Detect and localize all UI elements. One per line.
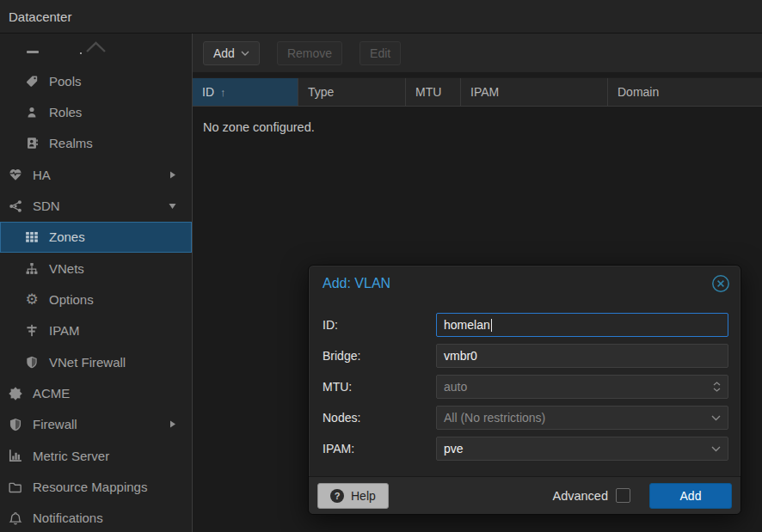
text-cursor [491, 319, 492, 332]
zones-toolbar: Add Remove Edit [193, 34, 762, 72]
ipam-field-label: IPAM: [323, 442, 436, 456]
id-field[interactable]: homelan [436, 313, 728, 337]
column-header-domain[interactable]: Domain [608, 78, 762, 106]
user-icon [25, 106, 39, 119]
chevron-right-icon[interactable] [169, 420, 176, 428]
chevron-down-icon [711, 415, 721, 421]
sidebar-item-metric-server[interactable]: Metric Server [0, 440, 192, 471]
column-header-ipam[interactable]: IPAM [461, 78, 608, 106]
sidebar-item-label: IPAM [49, 323, 80, 338]
dialog-footer: ? Help Advanced Add [309, 476, 740, 514]
bell-icon [9, 511, 22, 525]
mtu-field-label: MTU: [323, 380, 436, 394]
spinner-arrows-icon [713, 382, 721, 392]
address-book-icon [25, 137, 39, 150]
partial-icon-fragment [27, 51, 39, 53]
gear-icon: ⚙ [25, 294, 39, 306]
sidebar-item-label: Pools [49, 74, 82, 89]
sidebar-item-realms[interactable]: Realms [0, 128, 192, 159]
advanced-checkbox[interactable] [616, 488, 630, 503]
bridge-field-value: vmbr0 [444, 349, 477, 363]
column-label: IPAM [470, 85, 499, 99]
sidebar-item-label: HA [33, 168, 51, 182]
sidebar-item-label: Resource Mappings [33, 480, 147, 494]
advanced-label: Advanced [553, 489, 609, 503]
sidebar-item-vnets[interactable]: VNets [0, 253, 192, 284]
dialog-header[interactable]: Add: VLAN [309, 266, 740, 302]
sidebar-item-label: VNet Firewall [49, 355, 126, 370]
sidebar-partial-item[interactable] [0, 34, 192, 65]
column-label: Type [308, 85, 334, 99]
shield-icon [9, 418, 22, 431]
field-row-nodes: Nodes: All (No restrictions) [323, 406, 728, 430]
nodes-select: All (No restrictions) [436, 406, 728, 430]
sidebar-item-notifications[interactable]: Notifications [0, 503, 192, 532]
bridge-field-label: Bridge: [323, 349, 436, 363]
chevron-down-icon [241, 51, 249, 56]
sidebar-item-firewall[interactable]: Firewall [0, 409, 192, 440]
sidebar-item-resource-mappings[interactable]: Resource Mappings [0, 471, 192, 502]
id-field-value: homelan [444, 318, 490, 332]
sidebar-item-label: Realms [49, 136, 93, 150]
sidebar-item-vnet-firewall[interactable]: VNet Firewall [0, 346, 192, 377]
edit-button-label: Edit [370, 46, 390, 60]
chevron-right-icon[interactable] [169, 171, 176, 179]
field-row-mtu: MTU: auto [323, 375, 728, 399]
nodes-field-value: All (No restrictions) [444, 411, 545, 425]
field-row-id: ID: homelan [323, 313, 728, 337]
column-header-mtu[interactable]: MTU [406, 78, 461, 106]
sidebar-item-label: Firewall [33, 417, 77, 431]
close-icon[interactable] [711, 274, 730, 293]
add-button-label: Add [213, 46, 235, 60]
sidebar-item-label: Zones [49, 229, 85, 244]
sidebar-item-roles[interactable]: Roles [0, 96, 192, 127]
top-header-bar: Datacenter [0, 0, 762, 34]
edit-button: Edit [359, 41, 401, 65]
sidebar-item-label: Notifications [33, 511, 103, 525]
sidebar-item-label: Options [49, 292, 94, 307]
column-label: Domain [618, 85, 659, 99]
add-vlan-dialog: Add: VLAN ID: homelan Bridge: vmbr0 [308, 265, 741, 515]
sidebar-item-pools[interactable]: Pools [0, 65, 192, 96]
sitemap-icon [25, 262, 39, 275]
bridge-field[interactable]: vmbr0 [436, 344, 728, 368]
sidebar-item-acme[interactable]: ACME [0, 377, 192, 408]
app-window: Datacenter Pools Roles [0, 0, 762, 532]
certificate-icon [9, 387, 22, 401]
sidebar-item-label: SDN [33, 199, 60, 213]
page-title: Datacenter [9, 9, 71, 24]
sidebar-item-label: Metric Server [33, 449, 109, 463]
add-button[interactable]: Add [203, 41, 260, 65]
sidebar-item-label: VNets [49, 261, 84, 276]
sidebar-item-ipam[interactable]: IPAM [0, 315, 192, 346]
dialog-add-button[interactable]: Add [649, 483, 732, 509]
column-header-id[interactable]: ID ↑ [193, 78, 298, 106]
chevron-down-icon[interactable] [169, 203, 176, 210]
sidebar-item-options[interactable]: ⚙ Options [0, 284, 192, 315]
sort-asc-icon: ↑ [220, 86, 226, 99]
chevron-down-icon [711, 446, 721, 452]
help-button[interactable]: ? Help [317, 483, 389, 509]
sidebar-item-label: Roles [49, 105, 82, 119]
sidebar-item-zones[interactable]: Zones [0, 222, 192, 253]
grid-icon [25, 230, 39, 243]
field-row-ipam: IPAM: pve [323, 437, 728, 461]
dialog-title: Add: VLAN [323, 276, 390, 291]
remove-button: Remove [277, 41, 342, 65]
sidebar-item-ha[interactable]: HA [0, 159, 192, 190]
remove-button-label: Remove [287, 46, 332, 60]
dialog-body: ID: homelan Bridge: vmbr0 MTU: auto [309, 302, 740, 461]
ipam-select[interactable]: pve [436, 437, 728, 461]
sidebar-item-sdn[interactable]: SDN [0, 190, 192, 221]
mtu-field-value: auto [444, 380, 467, 394]
sidebar-tree: Pools Roles Realms HA [0, 34, 193, 532]
question-mark-icon: ? [330, 489, 344, 503]
mtu-spinner: auto [436, 375, 728, 399]
empty-table-message: No zone configured. [203, 120, 762, 134]
partial-text-fragment [80, 52, 82, 54]
column-header-type[interactable]: Type [298, 78, 406, 106]
folder-icon [9, 480, 22, 494]
tag-icon [25, 75, 39, 88]
scroll-up-indicator-icon[interactable] [85, 41, 107, 53]
network-icon [9, 199, 22, 213]
